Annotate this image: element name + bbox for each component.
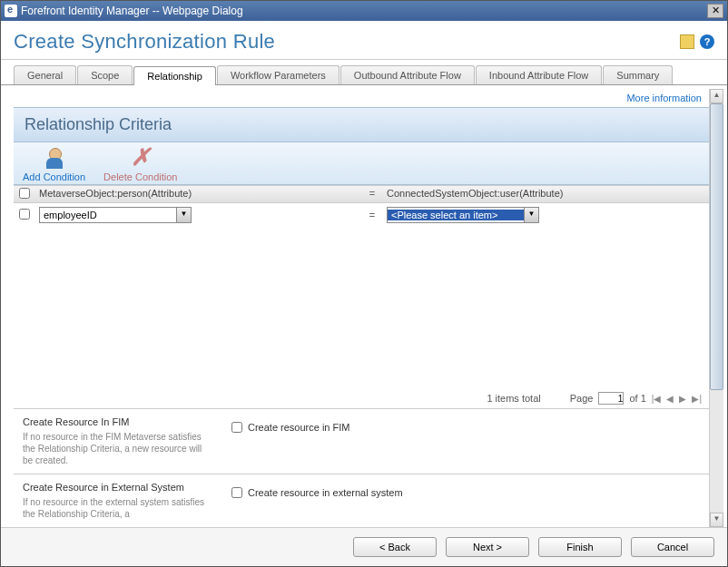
content-area: More information Relationship Criteria A…: [14, 89, 709, 527]
scroll-down-icon[interactable]: ▼: [710, 513, 723, 527]
finish-button[interactable]: Finish: [538, 537, 622, 557]
section-title: Relationship Criteria: [14, 107, 709, 142]
create-resource-external-label: Create resource in external system: [248, 487, 403, 498]
next-button[interactable]: Next >: [446, 537, 529, 557]
pager-of-label: of 1: [629, 393, 645, 404]
scroll-track[interactable]: [710, 103, 723, 513]
tab-inbound-attribute-flow[interactable]: Inbound Attribute Flow: [476, 65, 602, 84]
wizard-footer: < Back Next > Finish Cancel: [1, 527, 727, 566]
delete-condition-icon: ✗: [128, 146, 153, 170]
cancel-button[interactable]: Cancel: [631, 537, 714, 557]
tab-workflow-parameters[interactable]: Workflow Parameters: [217, 65, 339, 84]
criteria-toolbar: Add Condition ✗ Delete Condition: [14, 142, 709, 185]
grid-header-right: ConnectedSystemObject:user(Attribute): [383, 186, 709, 202]
dropdown-arrow-icon: ▼: [176, 208, 191, 222]
page-header: Create Synchronization Rule ?: [1, 21, 727, 60]
ext-panel-description: If no resource in the external system sa…: [23, 496, 213, 520]
create-resource-fim-checkbox[interactable]: [231, 422, 242, 433]
add-condition-button[interactable]: Add Condition: [23, 146, 85, 182]
row-eq: =: [361, 208, 383, 222]
dropdown-arrow-icon: ▼: [524, 208, 538, 222]
pager-next-icon[interactable]: ▶: [679, 394, 686, 404]
back-button[interactable]: < Back: [353, 537, 437, 557]
ext-panel-title: Create Resource in External System: [23, 482, 213, 493]
titlebar[interactable]: Forefront Identity Manager -- Webpage Di…: [1, 1, 727, 21]
criteria-grid-header: MetaverseObject:person(Attribute) = Conn…: [14, 185, 709, 203]
more-information-link[interactable]: More information: [626, 93, 702, 103]
scroll-up-icon[interactable]: ▲: [710, 89, 723, 103]
help-icon[interactable]: ?: [700, 34, 714, 49]
delete-condition-button[interactable]: ✗ Delete Condition: [103, 146, 177, 182]
metaverse-attribute-value: employeeID: [40, 210, 176, 220]
page-title: Create Synchronization Rule: [14, 30, 680, 54]
criteria-row: employeeID ▼ = <Please select an item> ▼: [14, 203, 709, 227]
connected-attribute-value: <Please select an item>: [388, 210, 524, 220]
create-resource-external-checkbox[interactable]: [231, 487, 242, 498]
pager: 1 items total Page of 1 |◀ ◀ ▶ ▶|: [14, 388, 709, 408]
close-button[interactable]: ✕: [707, 4, 723, 18]
create-resource-external-panel: Create Resource in External System If no…: [14, 474, 709, 527]
row-checkbox[interactable]: [19, 209, 30, 220]
pager-first-icon[interactable]: |◀: [652, 394, 662, 404]
ie-icon: [5, 5, 17, 17]
grid-header-left: MetaverseObject:person(Attribute): [35, 186, 361, 202]
tab-strip: General Scope Relationship Workflow Para…: [1, 65, 727, 85]
metaverse-attribute-dropdown[interactable]: employeeID ▼: [39, 207, 192, 223]
tab-summary[interactable]: Summary: [603, 65, 673, 84]
scroll-thumb[interactable]: [710, 103, 723, 390]
tab-general[interactable]: General: [14, 65, 76, 84]
tab-relationship[interactable]: Relationship: [133, 66, 216, 85]
add-condition-label: Add Condition: [23, 171, 85, 182]
pager-page-input[interactable]: [598, 392, 624, 405]
window-title: Forefront Identity Manager -- Webpage Di…: [21, 5, 707, 17]
tab-scope[interactable]: Scope: [77, 65, 133, 84]
create-resource-fim-label: Create resource in FIM: [248, 422, 349, 433]
fim-panel-title: Create Resource In FIM: [23, 416, 213, 427]
create-resource-fim-panel: Create Resource In FIM If no resource in…: [14, 408, 709, 474]
delete-condition-label: Delete Condition: [103, 171, 177, 182]
dialog-window: Forefront Identity Manager -- Webpage Di…: [0, 0, 728, 567]
grid-header-eq: =: [361, 186, 383, 202]
connected-attribute-dropdown[interactable]: <Please select an item> ▼: [387, 207, 539, 223]
new-item-icon[interactable]: [680, 34, 694, 49]
pager-prev-icon[interactable]: ◀: [666, 394, 674, 404]
select-all-checkbox[interactable]: [19, 188, 30, 199]
fim-panel-description: If no resource in the FIM Metaverse sati…: [23, 431, 213, 466]
pager-total: 1 items total: [487, 393, 540, 404]
pager-last-icon[interactable]: ▶|: [692, 394, 702, 404]
pager-page-label: Page: [570, 393, 594, 404]
tab-outbound-attribute-flow[interactable]: Outbound Attribute Flow: [340, 65, 475, 84]
criteria-empty-area: [14, 227, 709, 388]
add-condition-icon: [42, 146, 67, 170]
vertical-scrollbar[interactable]: ▲ ▼: [709, 89, 723, 527]
